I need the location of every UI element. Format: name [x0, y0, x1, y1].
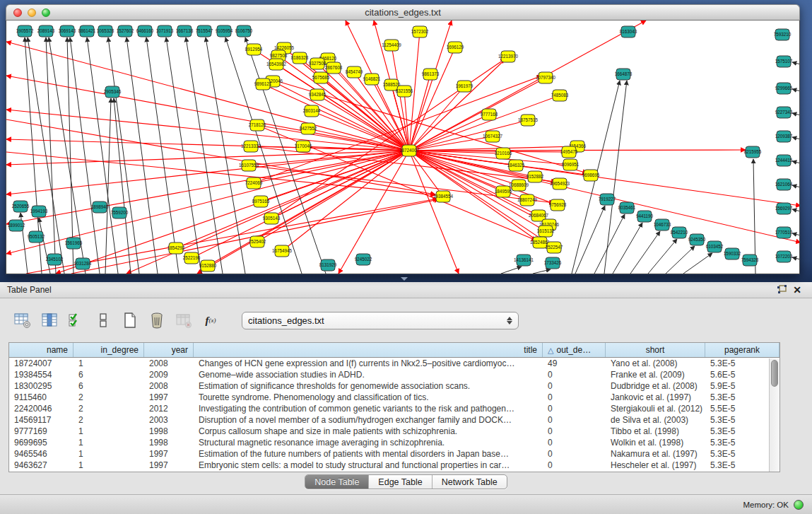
table-row[interactable]: 946362711997Embryonic stem cells: a mode…	[9, 460, 779, 471]
column-header-short[interactable]: short	[606, 343, 705, 357]
table-cell[interactable]: 2008	[144, 380, 194, 392]
table-row[interactable]: 946554611997Estimation of the future num…	[9, 448, 779, 460]
tab-network-table[interactable]: Network Table	[433, 475, 507, 489]
table-cell[interactable]: 2009	[144, 369, 194, 380]
table-cell[interactable]: Estimation of significance thresholds fo…	[194, 380, 543, 392]
create-column-icon[interactable]	[122, 312, 139, 329]
table-select-dropdown[interactable]: citations_edges.txt	[242, 312, 519, 329]
table-cell[interactable]: 1	[73, 426, 144, 437]
table-row[interactable]: 1456911722003Disruption of a novel membe…	[9, 414, 779, 426]
table-cell[interactable]: 0	[543, 392, 606, 403]
table-cell[interactable]: Genome–wide association studies in ADHD.	[194, 369, 543, 380]
table-cell[interactable]: 9465546	[9, 448, 73, 460]
table-row[interactable]: 1872400712008Changes of HCN gene express…	[9, 358, 779, 369]
table-cell[interactable]: Estimation of the future numbers of pati…	[194, 448, 543, 460]
table-cell[interactable]: 1	[73, 448, 144, 460]
table-cell[interactable]: 0	[543, 414, 606, 426]
select-columns-icon[interactable]	[68, 312, 85, 329]
table-cell[interactable]: 1	[73, 358, 144, 369]
table-cell[interactable]: 22420046	[9, 403, 73, 414]
table-mode-icon[interactable]	[14, 312, 31, 329]
table-cell[interactable]: Structural magnetic resonance image aver…	[194, 437, 543, 448]
table-cell[interactable]: Jankovic et al. (1997)	[606, 392, 705, 403]
table-row[interactable]: 969969511998Structural magnetic resonanc…	[9, 437, 779, 448]
table-cell[interactable]: Embryonic stem cells: a model to study s…	[194, 460, 543, 471]
column-header-title[interactable]: title	[194, 343, 543, 357]
table-cell[interactable]: 2	[73, 403, 144, 414]
tab-edge-table[interactable]: Edge Table	[369, 475, 432, 489]
table-cell[interactable]: de Silva et al. (2003)	[606, 414, 705, 426]
table-cell[interactable]: Wolkin et al. (1998)	[606, 437, 705, 448]
table-cell[interactable]: 2	[73, 414, 144, 426]
tab-node-table[interactable]: Node Table	[305, 475, 369, 489]
column-header-out_de[interactable]: △out_de…	[543, 343, 606, 357]
table-row[interactable]: 911546021997Tourette syndrome. Phenomeno…	[9, 392, 779, 403]
table-cell[interactable]: Dudbridge et al. (2008)	[606, 380, 705, 392]
table-row[interactable]: 2242004622012Investigating the contribut…	[9, 403, 779, 414]
network-window-titlebar[interactable]: citations_edges.txt	[6, 4, 800, 21]
table-cell[interactable]: 0	[543, 380, 606, 392]
table-cell[interactable]: 2012	[144, 403, 194, 414]
table-row[interactable]: 1938455462009Genome–wide association stu…	[9, 369, 779, 380]
table-cell[interactable]: 0	[543, 437, 606, 448]
memory-status-icon[interactable]	[794, 500, 804, 510]
table-cell[interactable]: 19384554	[9, 369, 73, 380]
column-header-year[interactable]: year	[144, 343, 194, 357]
function-builder-icon[interactable]: f(x)	[202, 312, 219, 329]
table-cell[interactable]: 1997	[144, 460, 194, 471]
column-header-in_degree[interactable]: in_degree	[73, 343, 144, 357]
table-cell[interactable]: Franke et al. (2009)	[606, 369, 705, 380]
table-cell[interactable]: Disruption of a novel member of a sodium…	[194, 414, 543, 426]
table-cell[interactable]: 1	[73, 460, 144, 471]
vertical-scrollbar[interactable]	[769, 358, 779, 472]
table-cell[interactable]: 0	[543, 426, 606, 437]
table-cell[interactable]: Changes of HCN gene expression and I(f) …	[194, 358, 543, 369]
table-header-row[interactable]: namein_degreeyeartitle△out_de…shortpager…	[9, 343, 779, 358]
table-cell[interactable]: Stergiakouli et al. (2012)	[606, 403, 705, 414]
table-cell[interactable]: Nakamura et al. (1997)	[606, 448, 705, 460]
network-window[interactable]: citations_edges.txt 18724007891295414226…	[6, 4, 800, 275]
table-cell[interactable]: Tourette syndrome. Phenomenology and cla…	[194, 392, 543, 403]
table-cell[interactable]: 18300295	[9, 380, 73, 392]
panel-divider-handle[interactable]	[401, 277, 408, 281]
table-cell[interactable]: 0	[543, 460, 606, 471]
table-cell[interactable]: Corpus callosum shape and size in male p…	[194, 426, 543, 437]
row-height-icon[interactable]	[95, 312, 112, 329]
table-cell[interactable]: 0	[543, 403, 606, 414]
table-body[interactable]: 1872400712008Changes of HCN gene express…	[9, 358, 779, 471]
table-cell[interactable]: 49	[543, 358, 606, 369]
column-header-name[interactable]: name	[9, 343, 73, 357]
table-cell[interactable]: 1997	[144, 392, 194, 403]
table-cell[interactable]: 1998	[144, 437, 194, 448]
table-cell[interactable]: 1997	[144, 448, 194, 460]
table-cell[interactable]: Tibbo et al. (1998)	[606, 426, 705, 437]
table-cell[interactable]: 2	[73, 392, 144, 403]
table-cell[interactable]: 9777169	[9, 426, 73, 437]
table-cell[interactable]: Investigating the contribution of common…	[194, 403, 543, 414]
scrollbar-thumb[interactable]	[771, 360, 778, 387]
delete-columns-icon[interactable]	[148, 312, 165, 329]
network-canvas[interactable]: 1872400789129541422605598275088186328546…	[6, 21, 800, 274]
table-cell[interactable]: 18724007	[9, 358, 73, 369]
table-cell[interactable]: 2008	[144, 358, 194, 369]
column-header-pagerank[interactable]: pagerank	[705, 343, 779, 357]
table-cell[interactable]: 1	[73, 437, 144, 448]
table-cell[interactable]: 0	[543, 369, 606, 380]
float-window-icon[interactable]	[774, 284, 789, 296]
close-panel-icon[interactable]: ✕	[789, 284, 805, 296]
table-row[interactable]: 1830029562008Estimation of significance …	[9, 380, 779, 392]
table-cell[interactable]: 9115460	[9, 392, 73, 403]
table-cell[interactable]: Yano et al. (2008)	[606, 358, 705, 369]
table-type-tabs[interactable]: Node TableEdge TableNetwork Table	[305, 474, 507, 489]
table-cell[interactable]: 2003	[144, 414, 194, 426]
table-cell[interactable]: 6	[73, 380, 144, 392]
table-cell[interactable]: 1998	[144, 426, 194, 437]
table-cell[interactable]: Hescheler et al. (1997)	[606, 460, 705, 471]
table-cell[interactable]: 14569117	[9, 414, 73, 426]
table-cell[interactable]: 0	[543, 448, 606, 460]
table-cell[interactable]: 6	[73, 369, 144, 380]
node-table[interactable]: namein_degreeyeartitle△out_de…shortpager…	[8, 342, 780, 472]
table-row[interactable]: 977716911998Corpus callosum shape and si…	[9, 426, 779, 437]
show-columns-icon[interactable]	[41, 312, 58, 329]
table-cell[interactable]: 9699695	[9, 437, 73, 448]
